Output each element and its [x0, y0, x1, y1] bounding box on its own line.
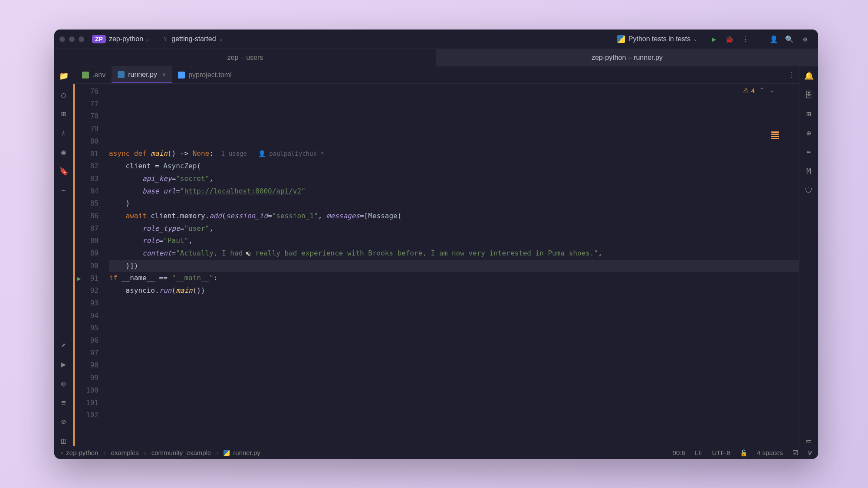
crumb-item[interactable]: examples [111, 449, 139, 456]
readonly-icon[interactable]: 🔓 [740, 449, 747, 456]
python-icon [617, 35, 625, 43]
makefile-icon[interactable]: M [803, 165, 815, 177]
code-editor[interactable]: ⚠ 4 ⌃ ⌄ 76 77 78 79 80 81 82 83 [73, 84, 799, 446]
traffic-lights [59, 36, 84, 42]
chevron-right-icon: › [144, 449, 146, 456]
line-number: 89 [75, 247, 99, 260]
terminal-tab-label: zep – users [227, 54, 263, 62]
usage-inlay[interactable]: 1 usage [221, 150, 247, 157]
run-configuration[interactable]: Python tests in tests ⌄ [617, 35, 700, 43]
breadcrumb[interactable]: ▫ zep-python › examples › community_exam… [60, 449, 260, 456]
inspection-icon[interactable]: ☑ [792, 449, 798, 457]
line-number: 93 [75, 297, 99, 310]
python-file-icon [118, 71, 125, 78]
share-icon[interactable]: ⬈ [58, 339, 69, 350]
left-tool-rail: 📁 ○ ⊞ ⑃ ◉ 🔖 ⋯ ⬈ ▶ ◍ ≡ ⊘ ◫ [54, 66, 73, 446]
terminal-tab-label: zep-python – runner.py [592, 54, 663, 62]
code-with-me-icon[interactable]: 👤 [768, 33, 780, 45]
author-inlay[interactable]: 👤 paulpaliychuk * [258, 150, 324, 157]
line-number: 97 [75, 347, 99, 360]
commit-icon[interactable]: ○ [58, 89, 69, 100]
maximize-window-dot[interactable] [79, 36, 84, 42]
ai-assistant-icon[interactable]: ⊞ [803, 108, 815, 119]
toml-file-icon [178, 72, 185, 79]
file-tab-env[interactable]: .env [76, 66, 112, 83]
minimize-window-dot[interactable] [69, 36, 75, 42]
project-name[interactable]: zep-python [109, 35, 143, 43]
branch-icon: ⑂ [164, 35, 168, 43]
line-number: 77 [75, 98, 99, 111]
layers-icon[interactable]: ≡ [58, 396, 69, 408]
profiler-icon[interactable]: ◉ [58, 146, 69, 157]
close-tab-icon[interactable]: × [162, 71, 166, 78]
python-console-icon[interactable]: ◍ [58, 377, 69, 389]
run-gutter-icon[interactable]: ▶ [77, 272, 81, 285]
tab-menu-icon[interactable]: ⋮ [788, 71, 795, 79]
crumb-file[interactable]: runner.py [233, 449, 260, 456]
file-tab-label: .env [92, 71, 105, 79]
status-bar: ▫ zep-python › examples › community_exam… [54, 446, 818, 459]
chevron-down-icon: ⌄ [219, 36, 223, 42]
line-number: 80 [75, 135, 99, 148]
line-number: 102 [75, 409, 99, 422]
settings-icon[interactable]: ⚙ [799, 33, 811, 45]
database-icon[interactable]: 🗄 [803, 89, 815, 100]
right-tool-rail: 🔔 🗄 ⊞ ⊕ ⬌ M 🛡 ▭ [799, 66, 818, 446]
notifications-icon[interactable]: 🔔 [803, 70, 815, 81]
line-number: 91 [90, 274, 99, 282]
cursor-position[interactable]: 90:6 [673, 449, 685, 456]
line-number: 92 [75, 285, 99, 297]
terminal-icon[interactable]: ◫ [58, 435, 69, 446]
run-button[interactable]: ▶ [708, 33, 720, 45]
pull-requests-icon[interactable]: ⑃ [58, 127, 69, 138]
line-number: 101 [75, 397, 99, 409]
search-icon[interactable]: 🔍 [783, 33, 796, 45]
structure-icon[interactable]: ⊞ [58, 108, 69, 119]
services-icon[interactable]: ▶ [58, 358, 69, 370]
close-window-dot[interactable] [59, 36, 65, 42]
chevron-down-icon: ⌄ [693, 36, 697, 42]
file-tab-runner[interactable]: runner.py × [112, 66, 172, 83]
line-number: 83 [75, 173, 99, 185]
ide-window: ZP zep-python ⌄ ⑂ getting-started ⌄ Pyth… [54, 29, 818, 459]
file-tab-pyproject[interactable]: pyproject.toml [172, 66, 238, 83]
line-gutter: 76 77 78 79 80 81 82 83 84 85 86 87 88 8… [73, 84, 105, 446]
terminal-toggle-icon[interactable]: ▭ [803, 435, 815, 446]
code-content[interactable]: async def main() -> None:1 usage👤 paulpa… [105, 84, 799, 446]
terminal-tab-left[interactable]: zep – users [54, 49, 436, 66]
line-number: 76 [75, 85, 99, 98]
project-icon[interactable]: 📁 [58, 70, 69, 81]
project-badge[interactable]: ZP [92, 35, 106, 43]
crumb-item[interactable]: community_example [151, 449, 211, 456]
folder-icon: ▫ [60, 449, 62, 456]
vcs-branch[interactable]: ⑂ getting-started ⌄ [164, 35, 225, 43]
collapse-icon[interactable]: ⬌ [803, 146, 815, 157]
terminal-tab-right[interactable]: zep-python – runner.py [436, 49, 818, 66]
env-file-icon [82, 72, 89, 79]
encoding[interactable]: UTF-8 [712, 449, 730, 456]
branch-name: getting-started [171, 35, 216, 43]
endpoints-icon[interactable]: ⊕ [803, 127, 815, 138]
problems-icon[interactable]: ⊘ [58, 416, 69, 427]
more-actions-icon[interactable]: ⋮ [739, 33, 751, 45]
memory-icon[interactable]: V [808, 449, 812, 456]
shield-icon[interactable]: 🛡 [803, 184, 815, 196]
line-number: 98 [75, 359, 99, 372]
line-number: 86 [75, 210, 99, 223]
more-tools-icon[interactable]: ⋯ [58, 184, 69, 196]
line-number: 94 [75, 310, 99, 322]
terminal-tabs: zep – users zep-python – runner.py [54, 49, 818, 66]
line-separator[interactable]: LF [695, 449, 703, 456]
debug-button[interactable]: 🐞 [723, 33, 736, 45]
crumb-root[interactable]: zep-python [66, 449, 98, 456]
line-number: 78 [75, 110, 99, 123]
chevron-down-icon: ⌄ [146, 36, 149, 42]
titlebar: ZP zep-python ⌄ ⑂ getting-started ⌄ Pyth… [54, 29, 818, 49]
line-number: 100 [75, 384, 99, 397]
line-number: 81 [75, 148, 99, 160]
editor-area: .env runner.py × pyproject.toml ⋮ ⚠ 4 ⌃ [73, 66, 799, 446]
indent-setting[interactable]: 4 spaces [757, 449, 783, 456]
line-number: 79 [75, 123, 99, 135]
main-area: 📁 ○ ⊞ ⑃ ◉ 🔖 ⋯ ⬈ ▶ ◍ ≡ ⊘ ◫ .env r [54, 66, 818, 446]
bookmarks-icon[interactable]: 🔖 [58, 165, 69, 177]
